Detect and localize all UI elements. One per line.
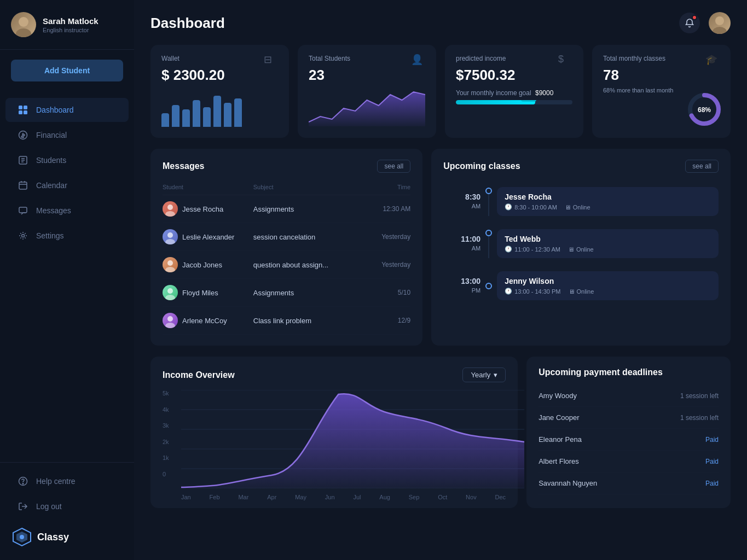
topbar-avatar[interactable]	[709, 12, 731, 34]
message-row[interactable]: Arlene McCoy Class link problem 12/9	[163, 307, 410, 335]
income-overview-header: Income Overview Yearly ▾	[163, 368, 506, 382]
person-avatar-icon	[163, 229, 178, 244]
timeline-event[interactable]: Ted Webb 🕐 11:00 - 12:30 AM 🖥 Online	[497, 229, 719, 258]
message-time: Yesterday	[362, 261, 410, 269]
topbar-icons	[679, 12, 731, 34]
messages-title: Messages	[163, 161, 205, 171]
message-avatar	[163, 201, 178, 217]
message-time: 5/10	[362, 289, 410, 296]
timeline-class-name: Jenny Wilson	[505, 277, 594, 285]
notification-button[interactable]	[679, 13, 700, 33]
col-subject: Subject	[253, 184, 362, 190]
svg-point-16	[715, 16, 724, 25]
message-row[interactable]: Leslie Alexander session cancelation Yes…	[163, 223, 410, 251]
monitor-icon: 🖥	[568, 246, 574, 253]
timeline-time-meta: 🕐 8:30 - 10:00 AM	[505, 203, 557, 211]
grid-icon	[18, 104, 28, 115]
income-chart: 5k 4k 3k 2k 1k 0	[163, 390, 506, 500]
timeline-event[interactable]: Jesse Rocha 🕐 8:30 - 10:00 AM 🖥 Online	[497, 187, 719, 216]
sidebar-item-help[interactable]: Help centre	[5, 469, 129, 493]
students-card: Total Students 23 👤	[298, 45, 436, 138]
students-label: Students	[36, 156, 66, 165]
payment-status: 1 session left	[680, 392, 719, 400]
payment-status: Paid	[705, 480, 719, 487]
timeline-dot	[485, 188, 492, 194]
help-icon	[18, 476, 28, 487]
timeline-line	[488, 194, 489, 216]
svg-point-0	[19, 17, 28, 27]
sidebar-item-dashboard[interactable]: Dashboard	[5, 98, 129, 122]
message-subject: Assignments	[253, 205, 362, 213]
message-subject: question about assign...	[253, 261, 362, 269]
add-student-button[interactable]: Add Student	[11, 60, 123, 81]
dollar-icon	[18, 130, 28, 141]
logo-text: Classy	[37, 532, 69, 543]
payment-list: Amy Woody 1 session left Jane Cooper 1 s…	[538, 385, 719, 494]
message-student: Jacob Jones	[163, 257, 253, 272]
timeline-mode-meta: 🖥 Online	[569, 288, 594, 295]
message-time: 12:30 AM	[362, 205, 410, 213]
timeline-meta: 🕐 11:00 - 12:30 AM 🖥 Online	[505, 246, 594, 253]
clock-icon: 🕐	[505, 203, 512, 211]
timeline-event[interactable]: Jenny Wilson 🕐 13:00 - 14:30 PM 🖥 Online	[497, 271, 719, 300]
svg-point-22	[165, 211, 175, 217]
messages-table-header: Student Subject Time	[163, 180, 410, 195]
help-label: Help centre	[36, 477, 76, 486]
payment-card: Upcoming payment deadlines Amy Woody 1 s…	[526, 357, 731, 508]
messages-list: Jesse Rocha Assignments 12:30 AM Leslie …	[163, 195, 410, 335]
payment-row: Jane Cooper 1 session left	[538, 407, 719, 429]
logout-label: Log out	[36, 502, 62, 511]
wallet-value: $ 2300.20	[161, 67, 278, 84]
sidebar-item-students[interactable]: Students	[5, 148, 129, 172]
messages-label: Messages	[36, 206, 71, 215]
message-subject: session cancelation	[253, 233, 362, 241]
message-student-name: Jacob Jones	[182, 261, 222, 269]
chevron-down-icon: ▾	[494, 371, 497, 379]
financial-label: Financial	[36, 131, 67, 139]
upcoming-see-all-button[interactable]: see all	[685, 160, 719, 173]
sidebar-item-financial[interactable]: Financial	[5, 123, 129, 147]
wallet-card: Wallet $ 2300.20 ⊟	[150, 45, 289, 138]
message-row[interactable]: Floyd Miles Assignments 5/10	[163, 279, 410, 307]
message-student-name: Arlene McCoy	[182, 317, 227, 325]
progress-badge: 68%	[521, 100, 536, 102]
payment-row: Albert Flores Paid	[538, 451, 719, 472]
clock-icon: 🕐	[505, 246, 512, 253]
message-row[interactable]: Jesse Rocha Assignments 12:30 AM	[163, 195, 410, 223]
yearly-filter-button[interactable]: Yearly ▾	[462, 368, 506, 382]
user-avatar-icon	[709, 12, 731, 34]
messages-see-all-button[interactable]: see all	[377, 160, 410, 173]
timeline-class-name: Ted Webb	[505, 235, 594, 243]
sidebar-item-messages[interactable]: Messages	[5, 199, 129, 223]
col-student: Student	[163, 184, 253, 190]
sidebar-item-logout[interactable]: Log out	[5, 494, 129, 518]
message-student-name: Leslie Alexander	[182, 233, 234, 241]
topbar: Dashboard	[134, 0, 747, 39]
svg-point-21	[167, 205, 173, 210]
payment-person-name: Jane Cooper	[538, 413, 579, 422]
sidebar-nav: Dashboard Financial Students	[0, 91, 134, 462]
income-label: predicted income	[456, 55, 572, 62]
timeline-dot-col	[480, 230, 497, 258]
sidebar-item-settings[interactable]: Settings	[5, 224, 129, 248]
sidebar-item-calendar[interactable]: Calendar	[5, 173, 129, 197]
timeline-row: 13:00 PM Jenny Wilson 🕐 13:00 - 14:30 PM…	[443, 265, 719, 307]
income-card: predicted income $7500.32 $ Your monthly…	[445, 45, 583, 138]
svg-point-1	[16, 28, 31, 37]
timeline-time: 13:00 PM	[443, 276, 480, 295]
payment-person-name: Amy Woody	[538, 392, 577, 400]
svg-point-30	[165, 323, 175, 328]
upcoming-card: Upcoming classes see all 8:30 AM Jesse R…	[431, 149, 731, 346]
stats-row: Wallet $ 2300.20 ⊟ Total Students 23	[150, 45, 731, 138]
message-row[interactable]: Jacob Jones question about assign... Yes…	[163, 251, 410, 279]
svg-point-17	[713, 27, 727, 34]
wallet-chart	[161, 91, 278, 127]
income-overview-card: Income Overview Yearly ▾ 5k 4k 3k 2k 1k …	[150, 357, 518, 508]
svg-point-25	[167, 260, 173, 266]
classy-logo-icon	[12, 527, 32, 547]
messages-header: Messages see all	[163, 160, 410, 173]
person-icon: 👤	[411, 54, 426, 69]
notification-badge	[692, 15, 697, 20]
income-progress: Your monthly income goal $9000 68%	[456, 89, 572, 104]
monitor-icon: 🖥	[569, 288, 575, 295]
